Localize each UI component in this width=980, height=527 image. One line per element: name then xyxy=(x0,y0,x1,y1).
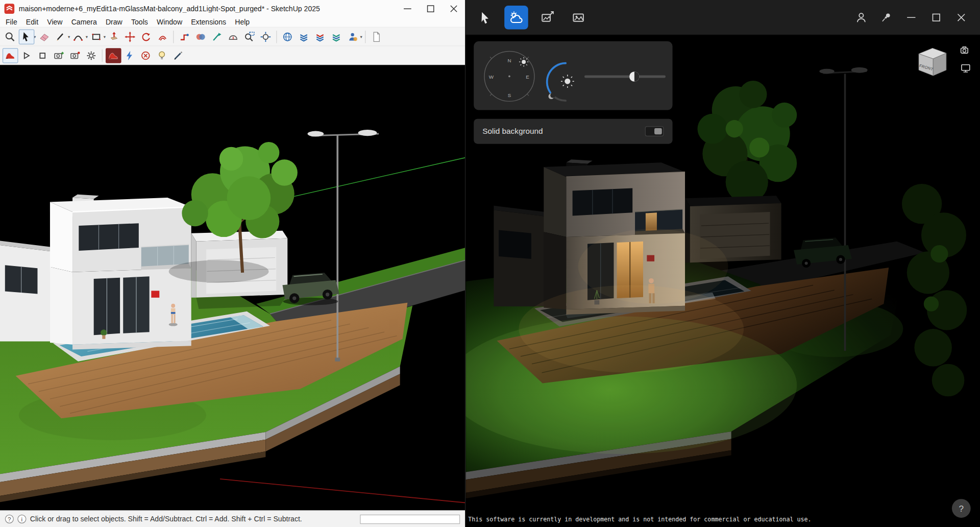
measurements-input[interactable] xyxy=(360,514,460,523)
logo-sign xyxy=(151,291,159,297)
disable-render-button[interactable] xyxy=(138,48,154,63)
render-toolbar xyxy=(0,46,465,65)
render-play-button[interactable] xyxy=(18,48,34,63)
add-scene-camera-button[interactable] xyxy=(51,48,67,63)
pin-window-button[interactable] xyxy=(874,5,899,30)
render-settings-button[interactable] xyxy=(83,48,99,63)
renderer-live-button[interactable] xyxy=(105,48,121,63)
marker-tool-button[interactable] xyxy=(170,48,186,63)
development-disclaimer: This software is currently in developmen… xyxy=(468,516,811,522)
push-pull-tool-icon[interactable] xyxy=(106,29,122,44)
display-settings-button[interactable] xyxy=(960,62,972,74)
status-bar: ? i Click or drag to select objects. Shi… xyxy=(0,510,465,527)
compass-south-label: S xyxy=(508,92,511,98)
toolbar-separator xyxy=(102,49,103,61)
select-tool-icon[interactable] xyxy=(18,29,34,44)
title-bar: maison+moderne+6_myEdit1a-mGlassMat-balc… xyxy=(0,0,465,17)
toolbar-separator xyxy=(365,30,365,42)
view-cube[interactable]: FRONT xyxy=(914,44,950,79)
sun-direction-dial[interactable]: N E S W xyxy=(484,51,534,101)
rotate-tool-icon[interactable] xyxy=(138,29,154,44)
arc-tool-icon[interactable] xyxy=(70,29,86,44)
eraser-tool-icon[interactable] xyxy=(36,29,52,44)
menu-help[interactable]: Help xyxy=(231,18,254,26)
camera-views-button[interactable] xyxy=(960,44,972,57)
compass-north-label: N xyxy=(507,58,511,63)
menu-extensions[interactable]: Extensions xyxy=(187,18,231,26)
dropdown-caret-icon[interactable]: ▾ xyxy=(34,34,36,39)
render-viewport[interactable]: N E S W xyxy=(465,35,980,527)
record-camera-button[interactable] xyxy=(67,48,83,63)
dropdown-caret-icon[interactable]: ▾ xyxy=(360,34,362,39)
renderer-window-controls xyxy=(849,5,974,30)
main-toolbar: ▾▾▾▾▾ xyxy=(0,28,465,46)
section-plane-tool-icon[interactable] xyxy=(280,29,296,44)
renderer-plugin-button[interactable] xyxy=(2,48,18,63)
zoom-window-tool-icon[interactable] xyxy=(241,29,257,44)
render-stop-button[interactable] xyxy=(35,48,51,63)
brightness-slider[interactable] xyxy=(584,71,666,82)
minimize-button[interactable] xyxy=(396,0,419,17)
move-tool-icon[interactable] xyxy=(122,29,138,44)
menu-draw[interactable]: Draw xyxy=(101,18,127,26)
environment-panel: N E S W xyxy=(474,41,672,110)
offset-tool-icon[interactable] xyxy=(155,29,170,44)
sun-marker-icon[interactable] xyxy=(519,57,528,66)
renderer-window: N E S W xyxy=(465,0,980,527)
renderer-tools xyxy=(473,5,591,29)
add-location-icon[interactable] xyxy=(345,29,360,44)
environment-settings-tool[interactable] xyxy=(504,5,528,29)
follow-me-tool-icon[interactable] xyxy=(177,29,192,44)
dropdown-caret-icon[interactable]: ▾ xyxy=(86,34,88,39)
menu-file[interactable]: File xyxy=(1,18,21,26)
select-cursor-tool[interactable] xyxy=(473,5,497,29)
menu-view[interactable]: View xyxy=(43,18,67,26)
toolbar-separator xyxy=(173,30,174,42)
solid-background-toggle[interactable] xyxy=(645,126,664,136)
menu-window[interactable]: Window xyxy=(152,18,186,26)
outer-shell-tool-icon[interactable] xyxy=(193,29,209,44)
menu-camera[interactable]: Camera xyxy=(67,18,101,26)
zoom-extents-tool-icon[interactable] xyxy=(258,29,274,44)
info-badge[interactable]: i xyxy=(17,515,26,523)
sketchup-logo-icon xyxy=(4,3,15,14)
zoom-tool-icon[interactable] xyxy=(2,29,18,44)
protractor-tool-icon[interactable] xyxy=(226,29,241,44)
toolbar-separator xyxy=(276,30,277,42)
style-shaded-icon[interactable] xyxy=(329,29,345,44)
sketchup-window: maison+moderne+6_myEdit1a-mGlassMat-balc… xyxy=(0,0,465,527)
minimize-button[interactable] xyxy=(899,5,924,30)
solid-background-label: Solid background xyxy=(482,127,543,136)
close-button[interactable] xyxy=(949,5,974,30)
maximize-button[interactable] xyxy=(924,5,949,30)
image-settings-tool[interactable] xyxy=(567,5,591,29)
rectangle-tool-icon[interactable] xyxy=(88,29,104,44)
export-image-tool[interactable] xyxy=(535,5,559,29)
tape-measure-tool-icon[interactable] xyxy=(209,29,225,44)
add-light-button[interactable] xyxy=(154,48,170,63)
new-document-icon[interactable] xyxy=(368,29,384,44)
style-hidden-line-icon[interactable] xyxy=(312,29,328,44)
maximize-button[interactable] xyxy=(419,0,442,17)
menu-bar: FileEditViewCameraDrawToolsWindowExtensi… xyxy=(0,17,465,28)
dropdown-caret-icon[interactable]: ▾ xyxy=(68,34,70,39)
sun-icon xyxy=(561,75,574,88)
moon-icon xyxy=(548,93,555,99)
dropdown-caret-icon[interactable]: ▾ xyxy=(104,34,106,39)
toggle-knob xyxy=(654,128,662,134)
style-wireframe-icon[interactable] xyxy=(296,29,312,44)
sketchup-viewport[interactable] xyxy=(0,65,465,510)
solid-background-panel: Solid background xyxy=(474,119,672,144)
help-button[interactable]: ? xyxy=(952,499,971,518)
sun-elevation-arc[interactable] xyxy=(547,63,574,101)
compass-west-label: W xyxy=(489,74,494,80)
close-button[interactable] xyxy=(442,0,465,17)
window-controls xyxy=(396,0,465,17)
account-button[interactable] xyxy=(849,5,874,30)
menu-edit[interactable]: Edit xyxy=(21,18,42,26)
menu-tools[interactable]: Tools xyxy=(127,18,152,26)
screen: maison+moderne+6_myEdit1a-mGlassMat-balc… xyxy=(0,0,980,527)
quick-render-button[interactable] xyxy=(121,48,137,63)
geolocation-badge[interactable]: ? xyxy=(5,515,14,523)
line-tool-icon[interactable] xyxy=(53,29,68,44)
